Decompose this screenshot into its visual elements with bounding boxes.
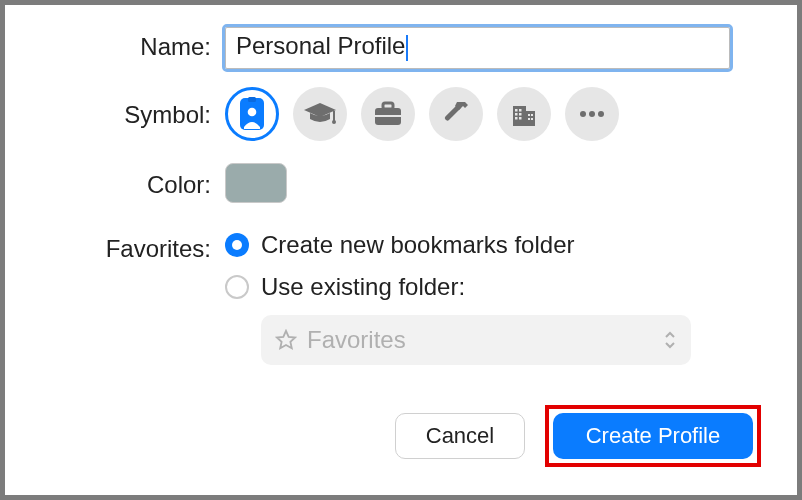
badge-icon (239, 97, 265, 131)
symbol-badge[interactable] (225, 87, 279, 141)
symbol-hammer[interactable] (429, 87, 483, 141)
svg-rect-7 (375, 115, 401, 117)
create-button-highlight: Create Profile (545, 405, 761, 467)
favorites-option-label: Use existing folder: (261, 273, 465, 301)
symbol-more[interactable] (565, 87, 619, 141)
svg-rect-18 (531, 114, 533, 116)
name-row: Name: Personal Profile (45, 27, 757, 69)
create-button-label: Create Profile (586, 423, 721, 449)
svg-rect-10 (526, 111, 535, 126)
star-icon (275, 329, 297, 351)
favorites-row: Favorites: Create new bookmarks folder U… (45, 229, 757, 365)
symbol-building[interactable] (497, 87, 551, 141)
symbol-row: Symbol: (45, 87, 757, 141)
building-icon (510, 100, 538, 128)
existing-folder-popup[interactable]: Favorites (261, 315, 691, 365)
svg-rect-14 (519, 113, 522, 116)
name-input[interactable]: Personal Profile (225, 27, 730, 69)
svg-point-2 (248, 108, 257, 117)
chevron-updown-icon (663, 315, 677, 365)
symbol-label: Symbol: (45, 87, 225, 129)
svg-rect-13 (515, 113, 518, 116)
button-bar: Cancel Create Profile (395, 405, 761, 467)
symbol-options (225, 87, 757, 141)
svg-point-22 (589, 111, 595, 117)
color-row: Color: (45, 163, 757, 203)
symbol-graduation[interactable] (293, 87, 347, 141)
svg-point-4 (332, 120, 336, 124)
svg-rect-6 (383, 103, 393, 109)
color-swatch[interactable] (225, 163, 287, 203)
radio-checked-icon (225, 233, 249, 257)
hammer-icon (441, 99, 471, 129)
svg-rect-15 (515, 117, 518, 120)
symbol-briefcase[interactable] (361, 87, 415, 141)
svg-rect-16 (519, 117, 522, 120)
cancel-button[interactable]: Cancel (395, 413, 525, 459)
svg-point-23 (598, 111, 604, 117)
cancel-button-label: Cancel (426, 423, 494, 449)
color-label: Color: (45, 163, 225, 199)
briefcase-icon (373, 100, 403, 128)
favorites-label: Favorites: (45, 229, 225, 263)
svg-rect-1 (248, 97, 256, 102)
svg-rect-20 (531, 118, 533, 120)
text-caret (406, 35, 408, 61)
radio-unchecked-icon (225, 275, 249, 299)
name-input-value: Personal Profile (236, 32, 405, 59)
ellipsis-icon (578, 109, 606, 119)
create-profile-dialog: Name: Personal Profile Symbol: (0, 0, 802, 500)
svg-point-21 (580, 111, 586, 117)
favorites-option-label: Create new bookmarks folder (261, 231, 574, 259)
create-profile-button[interactable]: Create Profile (553, 413, 753, 459)
svg-rect-17 (528, 114, 530, 116)
favorites-option-create-new[interactable]: Create new bookmarks folder (225, 231, 757, 259)
name-label: Name: (45, 27, 225, 61)
svg-rect-12 (519, 109, 522, 112)
favorites-option-use-existing[interactable]: Use existing folder: (225, 273, 757, 301)
svg-rect-19 (528, 118, 530, 120)
graduation-cap-icon (303, 101, 337, 127)
existing-folder-value: Favorites (307, 326, 406, 354)
svg-rect-11 (515, 109, 518, 112)
